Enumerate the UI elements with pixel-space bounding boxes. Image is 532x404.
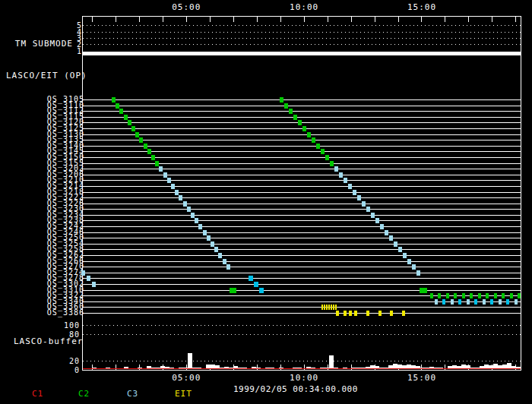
marker-run1-c2 (128, 120, 131, 125)
marker-eit-ticks (378, 311, 382, 316)
marker-synoptic-c3-ticks (451, 299, 454, 305)
op-row-line (83, 186, 521, 187)
hour-tick-top (375, 17, 375, 22)
op-row-line (83, 249, 521, 250)
tm-grid-line (83, 44, 521, 45)
marker-run1-c3 (211, 241, 214, 247)
marker-run1-c2 (147, 149, 151, 154)
marker-run2-c2 (293, 115, 297, 120)
marker-synoptic-c3-ticks (483, 299, 486, 305)
marker-synoptic-c3-ticks (435, 299, 438, 305)
op-row-line (83, 106, 521, 106)
marker-run1-c3 (226, 264, 230, 270)
marker-synoptic-c2-ticks (470, 293, 473, 298)
marker-eit-ticks (366, 311, 369, 316)
marker-run2-c3 (385, 230, 388, 235)
marker-synoptic-c2-ticks (510, 293, 513, 298)
marker-run2-c2 (289, 109, 293, 114)
marker-run2-c2 (298, 120, 302, 125)
op-row-line (83, 238, 521, 238)
marker-run2-c2 (330, 161, 334, 166)
marker-synoptic-c2-ticks (462, 293, 465, 298)
marker-run2-c3 (366, 207, 370, 212)
op-row-line (83, 146, 521, 147)
marker-synoptic-c3-ticks (467, 299, 470, 305)
marker-eit-dense-ticks (328, 305, 330, 310)
marker-synoptic-c2-ticks (518, 293, 521, 298)
op-row-line (83, 226, 521, 227)
marker-run2-c3 (371, 213, 375, 218)
buffer-ytick-label: 20 (57, 357, 80, 365)
marker-run2-c2 (284, 103, 288, 109)
op-row-line (83, 307, 521, 308)
marker-eit-dense-ticks (335, 305, 337, 310)
marker-eit-dense-ticks (331, 305, 332, 310)
marker-run2-c3 (362, 201, 366, 207)
op-row-line (83, 134, 521, 135)
marker-synoptic-c3-ticks (458, 299, 461, 305)
op-row-line (83, 273, 521, 273)
marker-run1-c2 (116, 103, 119, 109)
marker-mini-bright-c3 (254, 282, 258, 287)
op-row-line (83, 140, 521, 140)
marker-run2-c3 (344, 178, 347, 183)
buffer-grid-line (83, 334, 521, 335)
marker-run2-c3 (353, 190, 356, 195)
marker-run1-c3 (207, 235, 211, 241)
marker-run2-c3 (389, 235, 393, 241)
marker-run2-c3 (380, 224, 384, 229)
op-row-line (83, 117, 521, 118)
marker-run1-c3 (191, 213, 195, 218)
hour-tick-top (186, 17, 187, 22)
hour-tick-top (116, 17, 116, 22)
marker-eit-dense-ticks (333, 305, 334, 310)
marker-run2-c2 (325, 155, 329, 160)
marker-run2-c2 (302, 126, 306, 131)
time-label-bottom: 10:00 (290, 373, 318, 383)
marker-run1-c2 (135, 132, 139, 137)
buffer-ytick-label: 80 (57, 330, 80, 339)
marker-run2-c3 (339, 172, 343, 178)
buffer-ytick-label: 0 (57, 366, 80, 374)
hour-tick-top (421, 17, 422, 22)
hour-tick-top (92, 17, 93, 22)
hour-tick-top (492, 17, 492, 22)
marker-run1-c3 (167, 178, 171, 183)
op-row-line (83, 192, 521, 193)
hour-tick-top (257, 17, 258, 22)
op-row-line (83, 215, 521, 216)
time-label-bottom: 05:00 (172, 373, 201, 383)
op-row-line (83, 278, 521, 279)
marker-eit-ticks (344, 311, 347, 316)
marker-block (230, 288, 236, 293)
op-row-line (83, 157, 521, 158)
tm-ytick-label: 1 (73, 47, 81, 55)
marker-run2-c3 (407, 259, 411, 264)
time-label-bottom: 15:00 (407, 373, 436, 383)
marker-synoptic-c3-ticks (442, 299, 445, 305)
marker-run1-c2 (144, 144, 147, 149)
marker-eit-dense-ticks (321, 305, 323, 310)
marker-wrap-tail-c3 (92, 282, 96, 287)
marker-block (420, 288, 427, 293)
buffer-grid-line (83, 325, 521, 326)
op-row-label: OS_3386 (31, 309, 84, 317)
marker-run2-c3 (412, 264, 416, 270)
marker-run1-c3 (214, 247, 218, 252)
time-label-top: 15:00 (407, 2, 436, 12)
marker-synoptic-c3-ticks (506, 299, 509, 305)
tm-submode-bar (83, 52, 521, 55)
marker-run2-c2 (307, 132, 311, 137)
hour-tick-top (468, 17, 469, 22)
op-row-line (83, 175, 521, 175)
marker-synoptic-c2-ticks (494, 293, 497, 298)
marker-run2-c3 (416, 270, 420, 276)
tm-grid-line (83, 32, 521, 33)
marker-run1-c2 (151, 155, 155, 160)
marker-run1-c3 (183, 201, 187, 207)
hour-tick-top (398, 17, 399, 22)
op-row-line (83, 301, 521, 302)
tm-grid-line (83, 25, 521, 26)
marker-run2-c3 (375, 218, 379, 223)
hour-tick-top (328, 17, 328, 22)
